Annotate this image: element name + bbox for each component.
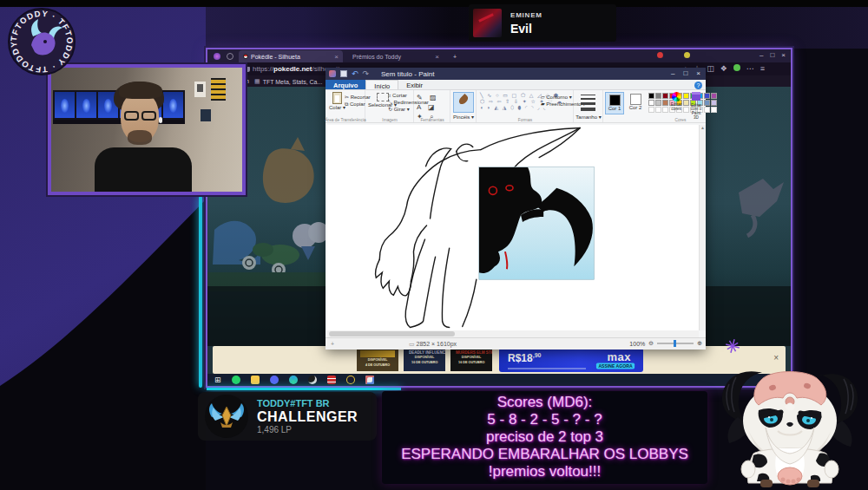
glasses-right-lens bbox=[141, 111, 156, 121]
track-title: Evil bbox=[510, 22, 532, 36]
browser-profile-icon[interactable] bbox=[214, 53, 220, 60]
ad-poster-2-date: 10 DE OUTUBRO bbox=[411, 361, 437, 364]
maximize-icon[interactable]: □ bbox=[770, 51, 774, 59]
group-image: Selecionar ▾ ⌗ Cortar ⤡ Redimensionar ↻ … bbox=[365, 90, 414, 122]
clock-app-icon[interactable] bbox=[346, 376, 355, 384]
scores-need: preciso de 2 top 3 bbox=[382, 428, 707, 446]
edit-colors-button[interactable]: Editar cores bbox=[667, 92, 685, 112]
ad-poster-3[interactable]: MURDERS ELM STREET DISPONÍVEL 16 DE OUTU… bbox=[450, 349, 492, 371]
bookmark-cutoff[interactable]: h bbox=[246, 78, 249, 84]
ad-poster-2-avail: DISPONÍVEL bbox=[411, 356, 437, 359]
zoom-slider-thumb[interactable] bbox=[674, 340, 676, 347]
menu-icon[interactable]: ≡ bbox=[760, 64, 765, 73]
paint3d-label: Editar com o Paint 3D bbox=[688, 103, 703, 120]
paint-horizontal-scrollbar[interactable] bbox=[327, 330, 699, 337]
paste-button[interactable]: Colar ▾ bbox=[329, 92, 345, 110]
browser-view-icon[interactable] bbox=[227, 53, 233, 60]
paint-status-bar: + ▭ 2852 × 1610px 100% ⊖ ⊕ bbox=[326, 337, 706, 350]
paint-tab-view[interactable]: Exibir bbox=[398, 80, 431, 89]
paint-close-icon[interactable]: × bbox=[696, 69, 700, 77]
group-clipboard: Colar ▾ ✂ Recortar ⧉ Copiar Área de Tran… bbox=[326, 90, 365, 122]
account-icon[interactable] bbox=[733, 64, 740, 71]
new-tab-button[interactable]: + bbox=[449, 50, 459, 62]
bookmark-tft-meta[interactable]: ▦ TFT Meta, Stats, Ca... bbox=[254, 78, 322, 85]
wall-sticker-yellow bbox=[211, 78, 226, 101]
whatsapp-icon[interactable] bbox=[232, 376, 240, 384]
paint3d-icon bbox=[692, 92, 700, 101]
extensions-icon[interactable]: ❖ bbox=[720, 64, 727, 73]
bookmark-cutoff-label: h bbox=[246, 78, 249, 84]
paint-tab-home[interactable]: Início bbox=[365, 80, 398, 89]
zoom-out-icon[interactable]: ⊖ bbox=[648, 340, 654, 347]
edge-icon[interactable] bbox=[289, 376, 298, 384]
ad-cta-button[interactable]: ASSINE AGORA bbox=[596, 363, 635, 369]
paint-quick-access: ↶ ↷ bbox=[329, 69, 369, 78]
scrollbar-thumb[interactable] bbox=[329, 331, 455, 336]
paint-ribbon-tabs: Arquivo Início Exibir ? bbox=[326, 80, 706, 90]
zoom-slider[interactable] bbox=[657, 343, 694, 344]
file-explorer-icon[interactable] bbox=[251, 376, 260, 384]
minimize-icon[interactable]: – bbox=[760, 51, 763, 59]
poro-cow-mascot bbox=[713, 334, 866, 490]
help-icon[interactable]: ? bbox=[694, 82, 702, 89]
paint-maximize-icon[interactable]: □ bbox=[683, 69, 687, 77]
earbud bbox=[159, 117, 162, 123]
browser-tab-strip: Pokédle - Silhueta × Prêmios do Toddy × … bbox=[207, 49, 791, 62]
redo-icon[interactable]: ↷ bbox=[363, 69, 370, 78]
tab-premios-label: Prêmios do Toddy bbox=[352, 54, 401, 60]
rank-emblem-circle bbox=[205, 395, 248, 438]
ad-max-panel[interactable]: R$18,90 max ASSINE AGORA bbox=[499, 348, 643, 372]
tab-close-icon-2[interactable]: × bbox=[435, 53, 439, 61]
ad-disclaimer bbox=[508, 368, 586, 369]
grid-icon: ▦ bbox=[254, 78, 260, 85]
color2-swatch bbox=[630, 94, 641, 105]
zoom-controls: 100% ⊖ ⊕ bbox=[629, 340, 702, 347]
save-icon[interactable] bbox=[340, 70, 347, 77]
now-playing-widget: EMINEM Evil bbox=[469, 4, 616, 42]
scores-waiting: ESPERANDO EMBARALHAR OS LOBBYS bbox=[382, 446, 707, 463]
obs-icon[interactable] bbox=[308, 376, 317, 384]
brushes-button[interactable] bbox=[453, 92, 474, 113]
size-button[interactable] bbox=[581, 95, 595, 111]
discord-icon[interactable] bbox=[270, 376, 279, 384]
ad-banner[interactable]: DISPONÍVEL 4 DE OUTUBRO DEADLY INFLUENCE… bbox=[213, 346, 786, 374]
track-artist: EMINEM bbox=[510, 11, 542, 19]
zoom-level: 100% bbox=[629, 341, 645, 347]
ad-poster-1-art bbox=[360, 350, 395, 357]
undo-icon[interactable]: ↶ bbox=[352, 69, 358, 78]
wall-frame-dark bbox=[201, 109, 211, 121]
sidebar-icon[interactable]: ◫ bbox=[707, 64, 714, 73]
paint-title-bar[interactable]: ↶ ↷ Sem título - Paint – □ × bbox=[326, 68, 706, 80]
tab-close-icon[interactable]: × bbox=[334, 53, 339, 61]
group-tools-label: Ferramentas bbox=[420, 118, 444, 122]
paint-minimize-icon[interactable]: – bbox=[671, 69, 674, 77]
hoof-left bbox=[760, 480, 773, 487]
overflow-icon[interactable]: ⋯ bbox=[746, 64, 754, 73]
site-security-icon[interactable] bbox=[246, 67, 250, 72]
paint3d-button[interactable]: Editar com o Paint 3D bbox=[687, 92, 706, 121]
player-name: TODDY#TFT BR bbox=[257, 398, 330, 408]
paint-canvas[interactable] bbox=[327, 125, 699, 330]
close-icon[interactable]: × bbox=[781, 51, 786, 59]
zoom-in-icon[interactable]: ⊕ bbox=[697, 340, 702, 347]
color1-button[interactable]: Cor 1 bbox=[605, 92, 624, 114]
ad-poster-3-date: 16 DE OUTUBRO bbox=[458, 361, 484, 364]
ad-poster-1[interactable]: DISPONÍVEL 4 DE OUTUBRO bbox=[357, 349, 398, 371]
color2-button[interactable]: Cor 2 bbox=[626, 92, 645, 114]
glasses-left-lens bbox=[124, 111, 139, 121]
ad-poster-2[interactable]: DEADLY INFLUENCE DISPONÍVEL 10 DE OUTUBR… bbox=[404, 349, 445, 371]
paint-taskbar-icon[interactable] bbox=[365, 376, 374, 384]
image-dimensions: ▭ 2852 × 1610px bbox=[409, 341, 457, 348]
paint-tab-file[interactable]: Arquivo bbox=[326, 80, 365, 89]
tab-premios[interactable]: Prêmios do Toddy × bbox=[348, 50, 444, 62]
youtube-music-icon[interactable] bbox=[327, 376, 336, 384]
paint-vertical-scrollbar[interactable]: ▲ bbox=[699, 125, 706, 330]
rank-lp: 1,496 LP bbox=[257, 425, 292, 434]
edit-colors-icon bbox=[672, 92, 681, 101]
start-button[interactable]: ⊞ bbox=[214, 376, 221, 384]
clipboard-icon bbox=[332, 92, 342, 104]
ad-poster-2-title: DEADLY INFLUENCE bbox=[409, 350, 440, 355]
streamer-beard bbox=[128, 130, 152, 145]
tab-pokedle[interactable]: Pokédle - Silhueta × bbox=[239, 50, 343, 62]
hoof-right bbox=[807, 480, 819, 487]
